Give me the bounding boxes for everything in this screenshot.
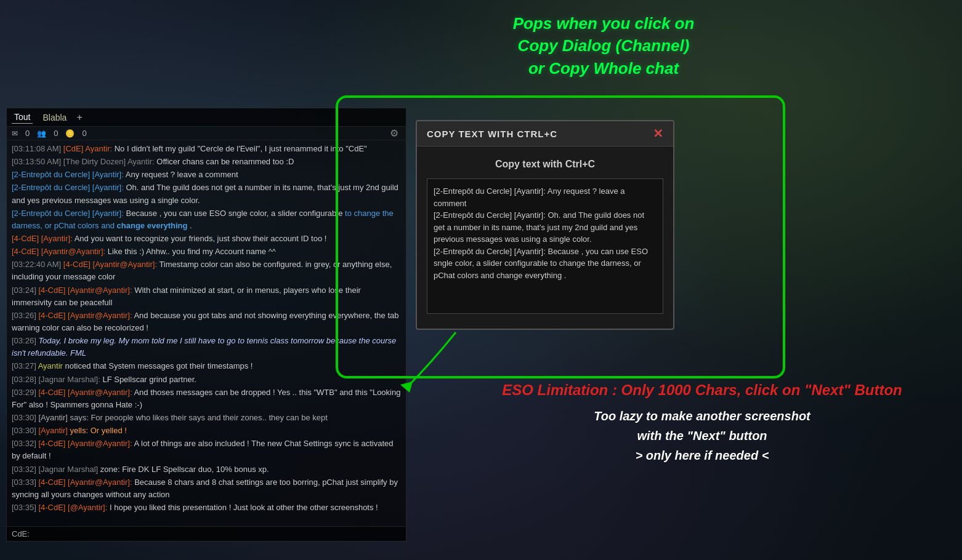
- list-item: [03:30] [Ayantir] says: For peoople who …: [12, 412, 401, 424]
- gold-count: 0: [82, 129, 86, 138]
- eso-limitation-text: ESO Limitation : Only 1000 Chars, click …: [450, 382, 955, 399]
- coin-icon: 🪙: [65, 129, 75, 138]
- too-lazy-line1: Too lazy to make another screenshot: [450, 406, 955, 426]
- chat-tab-tout[interactable]: Tout: [12, 111, 33, 124]
- list-item: [03:35] [4-CdE] [@Ayantir]: I hope you l…: [12, 502, 401, 514]
- modal-subtitle: Copy text with Ctrl+C: [427, 159, 663, 170]
- list-item: [03:32] [4-CdE] [Ayantir@Ayantir]: A lot…: [12, 438, 401, 462]
- modal-close-button[interactable]: ✕: [653, 127, 663, 140]
- list-item: [03:33] [4-CdE] [Ayantir@Ayantir]: Becau…: [12, 476, 401, 501]
- group-icon: 👥: [37, 129, 46, 138]
- modal-titlebar: COPY TEXT WITH CTRL+C ✕: [417, 121, 673, 146]
- chat-input-prefix: CdE:: [12, 529, 30, 538]
- list-item: [03:29] [4-CdE] [Ayantir@Ayantir]: And t…: [12, 386, 401, 411]
- list-item: [03:22:40 AM] [4-CdE] [Ayantir@Ayantir]:…: [12, 258, 401, 283]
- modal-overlay: COPY TEXT WITH CTRL+C ✕ Copy text with C…: [416, 120, 674, 330]
- list-item: [4-CdE] [Ayantir@Ayantir]: Like this :) …: [12, 246, 401, 258]
- list-item: [2-Entrepôt du Cercle] [Ayantir]: Any re…: [12, 169, 401, 181]
- too-lazy-line3: > only here if needed <: [450, 446, 955, 465]
- list-item: [03:27] Ayantir noticed that System mess…: [12, 360, 401, 372]
- list-item: [4-CdE] [Ayantir]: And you want to recog…: [12, 233, 401, 245]
- modal-title: COPY TEXT WITH CTRL+C: [427, 129, 557, 139]
- list-item: [03:11:08 AM] [CdE] Ayantir: No I didn't…: [12, 143, 401, 155]
- mail-count: 0: [25, 129, 30, 138]
- annotation-line1: Pops when you click on: [419, 12, 788, 34]
- group-count: 0: [54, 129, 58, 138]
- list-item: [03:32] [Jagnar Marshal] zone: Fire DK L…: [12, 463, 401, 476]
- top-annotation: Pops when you click on Copy Dialog (Chan…: [419, 12, 788, 79]
- list-item: [2-Entrepôt du Cercle] [Ayantir]: Oh. an…: [12, 182, 401, 206]
- modal-textarea[interactable]: [427, 178, 663, 314]
- mail-icon: ✉: [12, 129, 18, 138]
- add-tab-button[interactable]: +: [76, 112, 82, 123]
- chat-messages: [03:11:08 AM] [CdE] Ayantir: No I didn't…: [7, 140, 406, 526]
- annotation-line2: Copy Dialog (Channel): [419, 34, 788, 57]
- list-item: [2-Entrepôt du Cercle] [Ayantir]: Becaus…: [12, 207, 401, 232]
- list-item: [03:26] Today, I broke my leg. My mom to…: [12, 335, 401, 359]
- list-item: [03:13:50 AM] [The Dirty Dozen] Ayantir:…: [12, 156, 401, 168]
- chat-tabs: Tout Blabla +: [7, 108, 406, 127]
- chat-tab-blabla[interactable]: Blabla: [40, 111, 69, 124]
- too-lazy-text: Too lazy to make another screenshot with…: [450, 406, 955, 465]
- chat-input-area: CdE:: [7, 526, 406, 541]
- modal-body: Copy text with Ctrl+C: [417, 146, 673, 329]
- list-item: [03:24] [4-CdE] [Ayantir@Ayantir]: With …: [12, 284, 401, 309]
- too-lazy-line2: with the "Next" button: [450, 426, 955, 446]
- gear-icon[interactable]: ⚙: [390, 127, 398, 139]
- list-item: [03:28] [Jagnar Marshal]: LF Spellscar g…: [12, 374, 401, 386]
- list-item: [03:26] [4-CdE] [Ayantir@Ayantir]: And b…: [12, 310, 401, 334]
- bottom-annotation: ESO Limitation : Only 1000 Chars, click …: [450, 382, 955, 465]
- annotation-line3: or Copy Whole chat: [419, 57, 788, 79]
- list-item: [03:30] [Ayantir] yells: Or yelled !: [12, 425, 401, 437]
- copy-text-dialog: COPY TEXT WITH CTRL+C ✕ Copy text with C…: [416, 120, 674, 330]
- chat-window: Tout Blabla + ✉ 0 👥 0 🪙 0 ⚙ [03:11:08 AM…: [6, 108, 406, 542]
